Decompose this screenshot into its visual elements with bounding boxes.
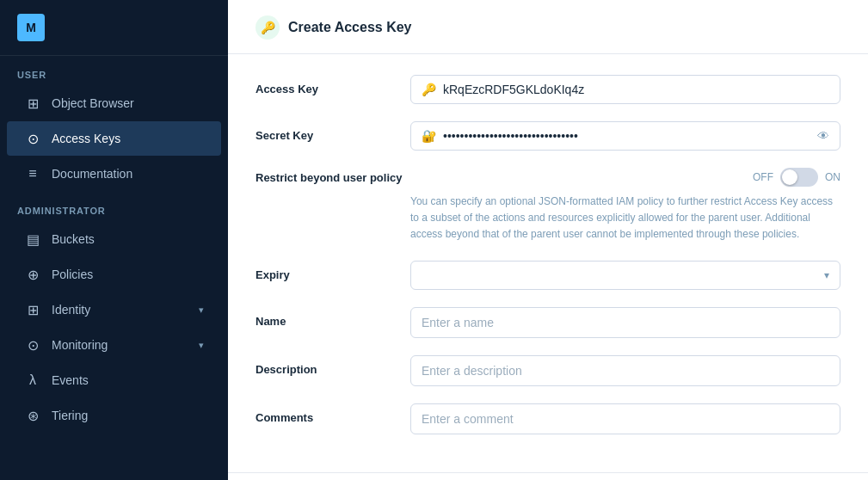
sidebar-item-object-browser[interactable]: ⊞Object Browser bbox=[7, 86, 221, 120]
restrict-description: You can specify an optional JSON-formatt… bbox=[410, 194, 840, 243]
comments-input[interactable] bbox=[410, 403, 840, 434]
comments-field bbox=[410, 403, 840, 434]
monitoring-icon: ⊙ bbox=[24, 336, 41, 354]
access-key-input[interactable] bbox=[443, 83, 829, 96]
sidebar-item-monitoring[interactable]: ⊙Monitoring▾ bbox=[7, 328, 221, 362]
main-content: 🔑 Create Access Key Access Key 🔑 Secret … bbox=[228, 0, 868, 480]
sidebar-item-label-policies: Policies bbox=[52, 268, 93, 281]
comments-row: Comments bbox=[255, 403, 840, 434]
button-row: Clear Create bbox=[228, 472, 868, 480]
restrict-label: Restrict beyond user policy bbox=[255, 171, 403, 184]
sidebar-item-label-access-keys: Access Keys bbox=[52, 132, 120, 145]
tiering-icon: ⊛ bbox=[24, 407, 41, 424]
restrict-toggle[interactable] bbox=[780, 168, 818, 187]
sidebar-item-label-documentation: Documentation bbox=[52, 167, 132, 181]
page-header-icon: 🔑 bbox=[255, 15, 280, 40]
sidebar-item-buckets[interactable]: ▤Buckets bbox=[7, 222, 221, 256]
secret-key-label: Secret Key bbox=[255, 121, 393, 142]
restrict-toggle-area: OFF ON bbox=[420, 168, 841, 187]
access-key-icon: 🔑 bbox=[422, 83, 436, 96]
sidebar-item-documentation[interactable]: ≡Documentation bbox=[7, 157, 221, 191]
page-title: Create Access Key bbox=[288, 20, 412, 35]
expiry-row: Expiry 1 hour 1 day 1 week 30 days 90 da… bbox=[255, 261, 840, 290]
name-row: Name bbox=[255, 307, 840, 338]
secret-key-input-wrapper: 🔐 👁 bbox=[410, 121, 840, 151]
identity-icon: ⊞ bbox=[24, 301, 41, 318]
access-key-field: 🔑 bbox=[410, 75, 840, 104]
sidebar-section-label: Administrator bbox=[0, 192, 228, 221]
sidebar: M User⊞Object Browser⊙Access Keys≡Docume… bbox=[0, 0, 228, 480]
sidebar-item-label-tiering: Tiering bbox=[52, 409, 88, 422]
sidebar-item-label-object-browser: Object Browser bbox=[52, 96, 134, 110]
events-icon: λ bbox=[24, 372, 41, 389]
sidebar-logo: M bbox=[0, 0, 228, 56]
toggle-on-label: ON bbox=[825, 171, 840, 183]
secret-key-row: Secret Key 🔐 👁 bbox=[255, 121, 840, 151]
key-icon: 🔐 bbox=[422, 129, 436, 143]
toggle-off-label: OFF bbox=[753, 171, 773, 183]
description-row: Description bbox=[255, 355, 840, 386]
toggle-visibility-icon[interactable]: 👁 bbox=[817, 129, 829, 143]
identity-chevron-icon: ▾ bbox=[199, 305, 204, 316]
monitoring-chevron-icon: ▾ bbox=[199, 340, 204, 351]
access-key-input-wrapper: 🔑 bbox=[410, 75, 840, 104]
secret-key-field: 🔐 👁 bbox=[410, 121, 840, 151]
sidebar-item-label-monitoring: Monitoring bbox=[52, 338, 108, 352]
form-container: Access Key 🔑 Secret Key 🔐 👁 bbox=[228, 54, 868, 472]
expiry-chevron-icon: ▾ bbox=[824, 269, 829, 281]
description-field bbox=[410, 355, 840, 386]
expiry-select[interactable]: 1 hour 1 day 1 week 30 days 90 days Cust… bbox=[422, 268, 824, 282]
expiry-label: Expiry bbox=[255, 261, 393, 281]
secret-key-input[interactable] bbox=[443, 129, 810, 143]
name-label: Name bbox=[255, 307, 393, 328]
sidebar-item-events[interactable]: λEvents bbox=[7, 363, 221, 397]
name-input[interactable] bbox=[410, 307, 840, 338]
documentation-icon: ≡ bbox=[24, 165, 41, 182]
description-input[interactable] bbox=[410, 355, 840, 386]
sidebar-section-label: User bbox=[0, 56, 228, 85]
description-label: Description bbox=[255, 355, 393, 376]
access-key-label: Access Key bbox=[255, 75, 393, 95]
buckets-icon: ▤ bbox=[24, 231, 41, 248]
expiry-select-wrapper[interactable]: 1 hour 1 day 1 week 30 days 90 days Cust… bbox=[410, 261, 840, 290]
sidebar-item-label-events: Events bbox=[52, 373, 89, 387]
logo-icon: M bbox=[17, 14, 45, 41]
sidebar-item-identity[interactable]: ⊞Identity▾ bbox=[7, 292, 221, 327]
access-key-row: Access Key 🔑 bbox=[255, 75, 840, 104]
policies-icon: ⊕ bbox=[24, 266, 41, 283]
sidebar-item-access-keys[interactable]: ⊙Access Keys bbox=[7, 121, 221, 156]
sidebar-item-label-identity: Identity bbox=[52, 303, 90, 317]
sidebar-item-policies[interactable]: ⊕Policies bbox=[7, 257, 221, 292]
sidebar-item-label-buckets: Buckets bbox=[52, 232, 95, 246]
page-header: 🔑 Create Access Key bbox=[228, 0, 868, 54]
comments-label: Comments bbox=[255, 403, 393, 424]
sidebar-item-tiering[interactable]: ⊛Tiering bbox=[7, 398, 221, 433]
expiry-field: 1 hour 1 day 1 week 30 days 90 days Cust… bbox=[410, 261, 840, 290]
restrict-row: Restrict beyond user policy OFF ON You c… bbox=[255, 168, 840, 243]
name-field bbox=[410, 307, 840, 338]
object-browser-icon: ⊞ bbox=[24, 95, 41, 112]
access-keys-icon: ⊙ bbox=[24, 130, 41, 147]
